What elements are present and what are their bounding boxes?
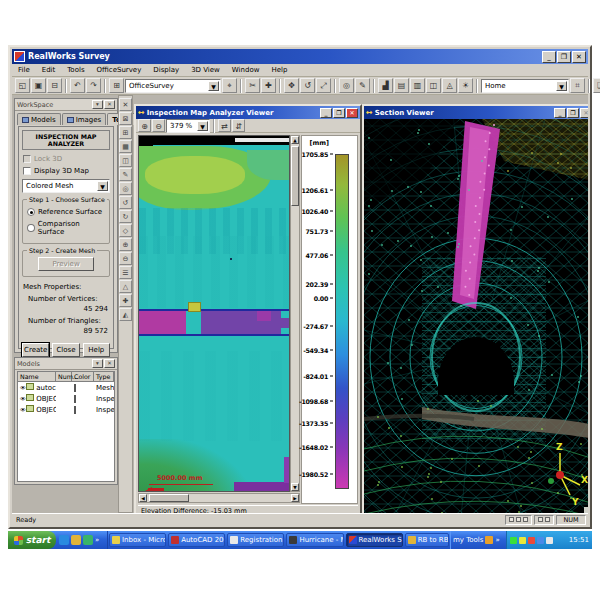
grid-icon[interactable]: ⊞ — [119, 126, 132, 139]
section-3d-canvas[interactable]: Z X Y — [364, 119, 588, 513]
section-viewer-titlebar[interactable]: ↔ Section Viewer _ ❐ ✕ — [364, 106, 588, 119]
pan-icon[interactable]: ✥ — [284, 78, 299, 93]
tab-images[interactable]: Images — [62, 113, 107, 125]
menu-help[interactable]: Help — [265, 65, 293, 75]
diamond-icon[interactable]: ◇ — [119, 224, 132, 237]
zoom-extents-icon[interactable]: ⤢ — [316, 78, 331, 93]
table-row[interactable]: 👁 autocad... Mesh — [18, 382, 114, 393]
pin-icon[interactable]: ▾ — [92, 100, 103, 109]
open-icon[interactable]: ◱ — [15, 78, 30, 93]
title-bar[interactable]: RealWorks Survey _ ❐ ✕ — [12, 49, 588, 64]
circle-icon[interactable]: ◎ — [119, 182, 132, 195]
tray-icon[interactable] — [510, 537, 517, 544]
add-icon[interactable]: ✚ — [119, 294, 132, 307]
inspection-map-canvas[interactable]: 5000.00 mm — [138, 135, 290, 492]
maximize-button[interactable]: ❐ — [567, 108, 579, 118]
save-icon[interactable]: ▣ — [31, 78, 46, 93]
close-button[interactable]: Close — [52, 343, 79, 357]
tray-icon[interactable] — [537, 537, 544, 544]
view3-icon[interactable]: ◫ — [426, 78, 441, 93]
minimize-button[interactable]: _ — [554, 108, 566, 118]
layers-icon[interactable]: ◫ — [119, 154, 132, 167]
models-panel-titlebar[interactable]: Models ▾ ✕ — [15, 358, 117, 370]
task-realworks[interactable]: RealWorks Survey — [346, 533, 403, 547]
tray-icon[interactable] — [528, 537, 535, 544]
tile-icon[interactable]: ❏ — [593, 78, 600, 93]
chart-icon[interactable]: ▟ — [378, 78, 393, 93]
maximize-button[interactable]: ❐ — [333, 108, 345, 118]
view1-icon[interactable]: ▤ — [394, 78, 409, 93]
camera-icon[interactable]: ⌗ — [570, 78, 585, 93]
measure-icon[interactable]: ✂ — [245, 78, 260, 93]
tray-icon[interactable] — [546, 537, 553, 544]
rotate-left-icon[interactable]: ↺ — [119, 196, 132, 209]
ie-icon[interactable] — [59, 535, 69, 545]
draw-icon[interactable]: ✎ — [119, 168, 132, 181]
task-registration[interactable]: Registration Rep... — [227, 533, 284, 547]
menu-display[interactable]: Display — [147, 65, 185, 75]
prism-icon[interactable]: ◭ — [119, 308, 132, 321]
label-settings-icon[interactable]: ⇵ — [232, 119, 245, 132]
chevron-down-icon[interactable]: ▼ — [197, 121, 208, 131]
rotate-icon[interactable]: ↺ — [300, 78, 315, 93]
tray-icon[interactable] — [519, 537, 526, 544]
menu-file[interactable]: File — [12, 65, 36, 75]
map-horizontal-scrollbar[interactable]: ◀ ▶ — [138, 493, 300, 503]
start-button[interactable]: start — [8, 531, 56, 549]
triangle-icon[interactable]: △ — [119, 280, 132, 293]
comparison-surface-radio[interactable] — [27, 224, 35, 232]
zoom-level-combobox[interactable]: 379 % ▼ — [166, 119, 210, 133]
zoom-out-icon[interactable]: ⊖ — [152, 119, 165, 132]
edit-icon[interactable]: ✎ — [355, 78, 370, 93]
menu-edit[interactable]: Edit — [36, 65, 62, 75]
segment-icon[interactable]: ✚ — [261, 78, 276, 93]
lock-icon[interactable]: ◬ — [442, 78, 457, 93]
minimize-button[interactable]: _ — [542, 51, 556, 63]
task-inbox[interactable]: Inbox - Microsof... — [109, 533, 166, 547]
mesh-icon[interactable]: ▦ — [119, 140, 132, 153]
view2-icon[interactable]: ▥ — [410, 78, 425, 93]
close-icon[interactable]: ✕ — [104, 100, 115, 109]
desktop-icon[interactable] — [83, 535, 93, 545]
folder-icon[interactable] — [71, 535, 81, 545]
models-table-header[interactable]: Name Num... Color Type — [18, 372, 114, 382]
zoom-in-icon[interactable]: ⊕ — [138, 119, 151, 132]
scroll-up-icon[interactable]: ▲ — [291, 136, 299, 144]
menu-window[interactable]: Window — [226, 65, 266, 75]
scroll-right-icon[interactable]: ▶ — [291, 494, 299, 502]
display3dmap-checkbox[interactable] — [23, 167, 31, 175]
reference-surface-radio[interactable] — [27, 208, 35, 216]
my-tools-toolbar[interactable]: my Tools » — [450, 531, 506, 549]
close-icon[interactable]: ✕ — [104, 359, 115, 368]
rotate-right-icon[interactable]: ↻ — [119, 210, 132, 223]
minimize-button[interactable]: _ — [320, 108, 332, 118]
map-analyzer-titlebar[interactable]: ↔ Inspection Map Analyzer Viewer _ ❐ ✕ — [136, 106, 360, 119]
display-settings-icon[interactable]: ⇄ — [218, 119, 231, 132]
fence-icon[interactable]: ⊠ — [119, 112, 132, 125]
create-button[interactable]: Create — [22, 343, 49, 357]
chevron-down-icon[interactable]: ▼ — [556, 81, 567, 91]
chevron-down-icon[interactable]: ▼ — [208, 81, 219, 91]
chevron-down-icon[interactable]: ▼ — [97, 181, 108, 191]
menu-officesurvey[interactable]: OfficeSurvey — [91, 65, 148, 75]
workspace-panel-titlebar[interactable]: WorkSpace ▾ ✕ — [15, 99, 117, 111]
menu-tools[interactable]: Tools — [61, 65, 90, 75]
mode-combobox[interactable]: OfficeSurvey ▼ — [125, 79, 221, 93]
task-autocad[interactable]: AutoCAD 2002 — [168, 533, 225, 547]
chevron-more-icon[interactable]: » — [495, 536, 499, 544]
table-row[interactable]: 👁 OBJECT... Inspectio... — [18, 404, 114, 415]
redo-icon[interactable]: ↷ — [86, 78, 101, 93]
tab-models[interactable]: Models — [17, 113, 61, 125]
menu-3dview[interactable]: 3D View — [185, 65, 226, 75]
view-combobox[interactable]: Home ▼ — [481, 79, 569, 93]
task-rbtorb[interactable]: RB to RB — [405, 533, 449, 547]
scroll-left-icon[interactable]: ◀ — [139, 494, 147, 502]
target-icon[interactable]: ⌖ — [222, 78, 237, 93]
task-hurricane[interactable]: Hurricane - Micro... — [286, 533, 343, 547]
close-button[interactable]: ✕ — [346, 108, 358, 118]
print-icon[interactable]: ⊟ — [47, 78, 62, 93]
zoom-in-icon[interactable]: ⊕ — [119, 238, 132, 251]
list-icon[interactable]: ☰ — [119, 266, 132, 279]
close-button[interactable]: ✕ — [572, 51, 586, 63]
table-row[interactable]: 👁 OBJECT... Inspectio... — [18, 393, 114, 404]
